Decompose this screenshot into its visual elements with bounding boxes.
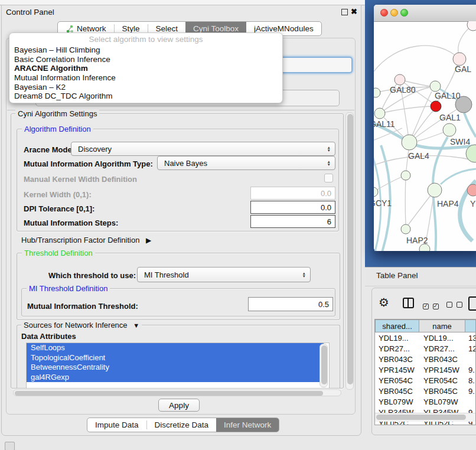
algorithm-options: Bayesian – Hill ClimbingBasic Correlatio… — [9, 45, 282, 101]
network-edge[interactable] — [374, 45, 459, 71]
algorithm-option[interactable]: Dream8 DC_TDC Algorithm — [9, 92, 282, 101]
data-attributes-label: Data Attributes — [21, 332, 76, 341]
network-node[interactable] — [467, 21, 476, 31]
table-cell: 9. — [468, 387, 476, 396]
table-hscrollbar-thumb[interactable] — [376, 415, 466, 420]
kernel-width-field[interactable]: 0.0 — [250, 187, 335, 200]
cyni-mode-tabbar: Impute DataDiscretize DataInfer Network — [87, 418, 279, 432]
tab-label: Impute Data — [95, 420, 139, 429]
network-node-gcy1[interactable] — [374, 187, 378, 197]
network-edge[interactable] — [464, 113, 476, 137]
data-attribute-item[interactable]: TopologicalCoefficient — [27, 353, 324, 363]
select-all-checks-icon[interactable]: ✓ ✓ — [423, 301, 439, 309]
table-cell: 13 — [468, 334, 476, 343]
network-node-y[interactable] — [467, 184, 476, 196]
table-hscrollbar[interactable] — [375, 413, 476, 422]
network-node-gal1[interactable] — [431, 101, 441, 112]
network-node-hap4[interactable] — [428, 183, 442, 197]
tab-discretize-data[interactable]: Discretize Data — [147, 418, 217, 432]
document-icon[interactable] — [468, 296, 476, 311]
network-node-gal[interactable] — [453, 53, 466, 66]
screen: GALGAL80GAL10GAL11GAL1SWI4GAL4GCY1HAP4YH… — [0, 0, 476, 450]
deselect-all-checks-icon[interactable] — [446, 301, 462, 309]
node-label: GAL80 — [390, 85, 416, 94]
data-attribute-item[interactable]: gal4RGexp — [27, 373, 324, 383]
table-cell: YPR145W — [379, 366, 418, 374]
tab-label: Infer Network — [224, 420, 271, 429]
column-header-name[interactable]: name — [419, 319, 465, 332]
mi-algorithm-type-select[interactable]: Naive Bayes ▲▼ — [157, 156, 335, 170]
data-attribute-item[interactable]: BetweennessCentrality — [27, 363, 324, 373]
columns-icon[interactable] — [403, 298, 414, 308]
hub-definition-toggle[interactable]: Hub/Transcription Factor Definition ▶ — [21, 236, 151, 244]
table-cell: YBL079W — [379, 397, 418, 406]
network-canvas[interactable]: GALGAL80GAL10GAL11GAL1SWI4GAL4GCY1HAP4YH… — [374, 21, 476, 251]
algorithm-option[interactable]: Bayesian – Hill Climbing — [9, 45, 282, 55]
network-window-titlebar[interactable] — [374, 5, 476, 22]
node-label: GAL10 — [435, 91, 461, 100]
node-label: HAP2 — [406, 236, 428, 245]
algorithm-option[interactable]: Basic Correlation Inference — [9, 55, 282, 64]
table-cell: 12 — [468, 344, 476, 353]
settings-vscrollbar[interactable] — [345, 112, 354, 390]
manual-kernel-width-checkbox[interactable] — [324, 174, 333, 182]
gear-icon[interactable]: ⚙ — [379, 295, 389, 309]
network-node[interactable] — [401, 171, 410, 180]
sources-group-title[interactable]: Sources for Network Inference ▼ — [21, 321, 142, 330]
dropdown-placeholder: Select algorithm to view settings — [9, 33, 282, 45]
network-node-gal10[interactable] — [430, 81, 441, 92]
which-threshold-label: Which threshold to use: — [48, 271, 136, 280]
network-node-gal80[interactable] — [395, 74, 405, 85]
settings-hscrollbar-thumb[interactable] — [15, 391, 323, 396]
algorithm-option[interactable]: Bayesian – K2 — [9, 83, 282, 92]
tab-label: Network — [77, 24, 106, 33]
network-icon — [66, 25, 74, 33]
zoom-window-icon[interactable] — [400, 9, 408, 17]
dpi-tolerance-field[interactable]: 0.0 — [250, 201, 335, 214]
column-header-partial[interactable] — [465, 319, 476, 332]
aracne-mode-select[interactable]: Discovery ▲▼ — [71, 142, 335, 156]
checked-box-icon: ✓ — [433, 304, 439, 309]
attribute-table[interactable]: shared... name YDL19...YDL19...13YDR27..… — [374, 319, 476, 425]
close-panel-icon[interactable]: ✖ — [351, 7, 357, 16]
data-attributes-list[interactable]: SelfLoopsTopologicalCoefficientBetweenne… — [26, 343, 330, 389]
tab-infer-network[interactable]: Infer Network — [216, 418, 279, 432]
tab-label: Cyni Toolbox — [193, 24, 239, 33]
collapsed-panel-icon[interactable] — [5, 442, 15, 450]
table-cell: YER054C — [379, 376, 418, 385]
column-header-shared[interactable]: shared... — [375, 319, 419, 332]
chevron-right-icon: ▶ — [146, 236, 151, 244]
attributes-vscrollbar-thumb[interactable] — [321, 345, 327, 384]
settings-hscrollbar[interactable] — [13, 389, 341, 396]
tab-label: Select — [156, 24, 178, 33]
close-window-icon[interactable] — [380, 9, 388, 17]
algorithm-option[interactable]: ARACNE Algorithm — [9, 64, 282, 73]
mi-steps-field[interactable]: 6 — [250, 215, 335, 228]
network-node-swi4[interactable] — [443, 123, 456, 136]
data-attribute-item[interactable]: SelfLoops — [27, 343, 324, 353]
algorithm-definition-title: Algorithm Definition — [22, 125, 93, 133]
apply-button[interactable]: Apply — [158, 399, 200, 412]
node-label: GAL11 — [374, 119, 395, 129]
attributes-vscrollbar[interactable] — [319, 344, 328, 387]
network-node-gal11[interactable] — [374, 108, 385, 119]
network-node[interactable] — [374, 88, 380, 97]
float-panel-icon[interactable] — [341, 9, 348, 15]
table-cell: YBL079W — [423, 397, 465, 406]
settings-vscrollbar-thumb[interactable] — [347, 114, 353, 384]
tab-impute-data[interactable]: Impute Data — [87, 418, 146, 432]
manual-kernel-width-label: Manual Kernel Width Definition — [24, 175, 137, 184]
network-edge[interactable] — [441, 169, 476, 184]
network-node-hap2[interactable] — [401, 224, 410, 234]
network-node-gal4[interactable] — [402, 135, 417, 150]
mi-threshold-field[interactable]: 0.5 — [248, 297, 333, 311]
network-edge[interactable] — [405, 175, 406, 224]
sources-title-text: Sources for Network Inference — [24, 321, 128, 330]
spinner-arrows-icon: ▲▼ — [327, 146, 331, 152]
table-cell: YBR045C — [379, 387, 418, 396]
table-cell: YBR043C — [423, 355, 465, 364]
node-label: GCY1 — [374, 198, 392, 208]
which-threshold-select[interactable]: MI Threshold ▲▼ — [137, 267, 311, 282]
minimize-window-icon[interactable] — [390, 9, 398, 17]
algorithm-option[interactable]: Mutual Information Inference — [9, 73, 282, 83]
